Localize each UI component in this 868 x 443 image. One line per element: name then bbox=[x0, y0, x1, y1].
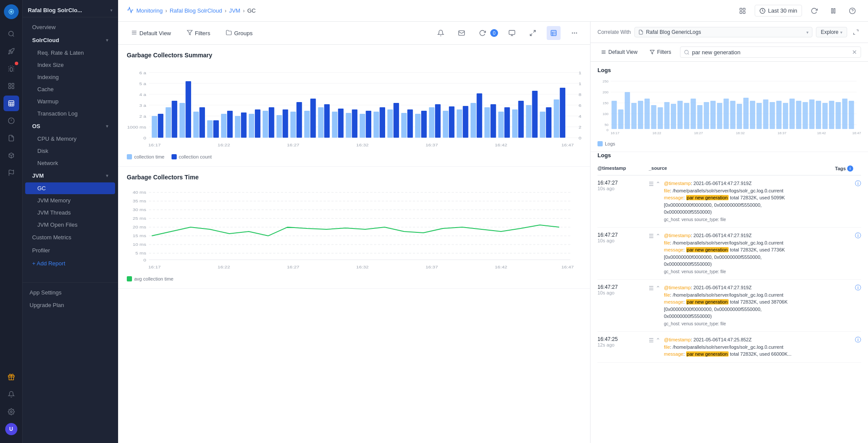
nav-alert-icon[interactable] bbox=[3, 113, 19, 129]
svg-rect-214 bbox=[849, 101, 854, 129]
time-range-button[interactable]: Last 30 min bbox=[755, 5, 802, 17]
nav-custom-metrics[interactable]: Custom Metrics bbox=[25, 231, 115, 244]
correlate-default-view-button[interactable]: Default View bbox=[597, 47, 641, 57]
search-input[interactable] bbox=[692, 49, 849, 56]
explore-button[interactable]: Explore ▾ bbox=[816, 27, 847, 37]
log-menu-icon-3[interactable]: ☰ bbox=[649, 285, 654, 291]
svg-rect-197 bbox=[737, 104, 742, 129]
log-expand-icon-4[interactable]: ⌃ bbox=[656, 337, 660, 344]
breadcrumb-jvm[interactable]: JVM bbox=[229, 7, 240, 14]
svg-text:16:22: 16:22 bbox=[652, 131, 661, 135]
filters-icon bbox=[187, 30, 193, 37]
history-badge: 0 bbox=[490, 29, 498, 37]
panel-close-button[interactable] bbox=[851, 27, 861, 37]
nav-network[interactable]: Network bbox=[25, 157, 115, 169]
nav-app-settings[interactable]: App Settings bbox=[23, 286, 118, 299]
svg-rect-211 bbox=[829, 101, 834, 129]
nav-transaction-log[interactable]: Transaction Log bbox=[25, 108, 115, 119]
log-menu-icon-1[interactable]: ☰ bbox=[649, 181, 654, 187]
nav-cache[interactable]: Cache bbox=[25, 83, 115, 95]
nav-dashboard-icon[interactable] bbox=[3, 96, 19, 111]
search-clear-button[interactable]: ✕ bbox=[852, 49, 857, 56]
nav-add-report[interactable]: + Add Report bbox=[25, 257, 115, 270]
svg-rect-24 bbox=[743, 8, 745, 10]
log-expand-icon-3[interactable]: ⌃ bbox=[656, 285, 660, 291]
svg-point-2 bbox=[9, 31, 13, 36]
nav-warmup[interactable]: Warmup bbox=[25, 96, 115, 107]
svg-rect-108 bbox=[415, 114, 421, 138]
legend-collection-time: collection time bbox=[127, 154, 165, 159]
nav-jvm-open-files[interactable]: JVM Open Files bbox=[25, 219, 115, 231]
nav-rocket-icon[interactable] bbox=[3, 43, 19, 59]
nav-settings-icon[interactable] bbox=[3, 404, 19, 420]
filters-button[interactable]: Filters bbox=[182, 27, 215, 39]
log-menu-icon-4[interactable]: ☰ bbox=[649, 337, 654, 344]
nav-solrcloud-group[interactable]: SolrCloud ▾ bbox=[25, 34, 115, 46]
correlate-source-selector[interactable]: Rafal Blog GenericLogs ▾ bbox=[634, 27, 813, 37]
nav-cpu-memory[interactable]: CPU & Memory bbox=[25, 133, 115, 145]
log-expand-icon-2[interactable]: ⌃ bbox=[656, 233, 660, 239]
org-header[interactable]: Rafal Blog SolrClo... ▾ bbox=[23, 3, 118, 17]
log-time-2: 16:47:27 bbox=[597, 232, 645, 238]
svg-rect-90 bbox=[290, 112, 296, 138]
log-expand-icon-1[interactable]: ⌃ bbox=[656, 181, 660, 187]
app-logo[interactable] bbox=[4, 4, 19, 19]
svg-rect-98 bbox=[346, 113, 351, 138]
req-rate-label: Req. Rate & Laten bbox=[37, 50, 84, 56]
nav-search-icon[interactable] bbox=[3, 26, 19, 42]
monitor-button[interactable] bbox=[505, 26, 519, 40]
nav-os-group[interactable]: OS ▾ bbox=[25, 120, 115, 132]
more-button[interactable] bbox=[568, 26, 581, 40]
nav-user-icon[interactable]: U bbox=[3, 421, 19, 437]
breadcrumb-monitoring[interactable]: Monitoring bbox=[136, 7, 163, 14]
log-info-icon-2[interactable]: ⓘ bbox=[855, 232, 861, 239]
default-view-button[interactable]: Default View bbox=[127, 27, 175, 39]
nav-grid-icon[interactable] bbox=[3, 78, 19, 94]
log-info-icon-1[interactable]: ⓘ bbox=[855, 180, 861, 187]
history-button[interactable] bbox=[475, 26, 489, 40]
log-menu-icon-2[interactable]: ☰ bbox=[649, 233, 654, 239]
breadcrumb-solrcloud[interactable]: Rafal Blog SolrCloud bbox=[170, 7, 222, 14]
nav-gc[interactable]: GC bbox=[25, 182, 115, 194]
nav-cube-icon[interactable] bbox=[3, 148, 19, 163]
nav-jvm-threads[interactable]: JVM Threads bbox=[25, 207, 115, 218]
tags-info-icon[interactable]: i bbox=[847, 165, 853, 172]
svg-rect-102 bbox=[373, 112, 379, 138]
correlate-filters-button[interactable]: Filters bbox=[646, 47, 675, 57]
svg-rect-183 bbox=[644, 99, 650, 129]
groups-button[interactable]: Groups bbox=[221, 27, 257, 39]
nav-index-size[interactable]: Index Size bbox=[25, 59, 115, 71]
svg-rect-124 bbox=[526, 105, 531, 138]
nav-jvm-group[interactable]: JVM ▾ bbox=[25, 169, 115, 182]
nav-docs-icon[interactable] bbox=[3, 130, 19, 146]
nav-bug-icon[interactable] bbox=[3, 61, 19, 76]
log-info-icon-4[interactable]: ⓘ bbox=[855, 336, 861, 343]
help-button[interactable] bbox=[845, 4, 859, 18]
nav-profiler[interactable]: Profiler bbox=[25, 244, 115, 257]
layout-button[interactable] bbox=[547, 26, 561, 40]
svg-text:40: 40 bbox=[579, 114, 581, 119]
warmup-label: Warmup bbox=[37, 98, 59, 105]
svg-rect-96 bbox=[332, 112, 337, 138]
nav-flag-icon[interactable] bbox=[3, 165, 19, 181]
nav-notification-icon[interactable] bbox=[3, 387, 19, 402]
bell-button[interactable] bbox=[434, 26, 448, 40]
log-info-icon-3[interactable]: ⓘ bbox=[855, 284, 861, 291]
log-tags-1: ⓘ bbox=[835, 180, 861, 188]
nav-disk[interactable]: Disk bbox=[25, 145, 115, 157]
nav-upgrade-plan[interactable]: Upgrade Plan bbox=[23, 299, 118, 311]
nav-gift-icon[interactable] bbox=[3, 369, 19, 385]
nav-indexing[interactable]: Indexing bbox=[25, 71, 115, 83]
expand-button[interactable] bbox=[526, 26, 540, 40]
nav-overview[interactable]: Overview bbox=[25, 21, 115, 33]
time-range-label: Last 30 min bbox=[768, 7, 797, 14]
nav-jvm-memory[interactable]: JVM Memory bbox=[25, 195, 115, 206]
nav-req-rate[interactable]: Req. Rate & Laten bbox=[25, 47, 115, 59]
svg-text:6 a: 6 a bbox=[139, 71, 146, 75]
refresh-button[interactable] bbox=[807, 4, 821, 18]
grid-view-button[interactable] bbox=[736, 4, 749, 18]
mail-button[interactable] bbox=[455, 26, 469, 40]
svg-rect-184 bbox=[651, 105, 656, 129]
svg-text:30 ms: 30 ms bbox=[132, 208, 146, 212]
pause-button[interactable] bbox=[826, 4, 840, 18]
